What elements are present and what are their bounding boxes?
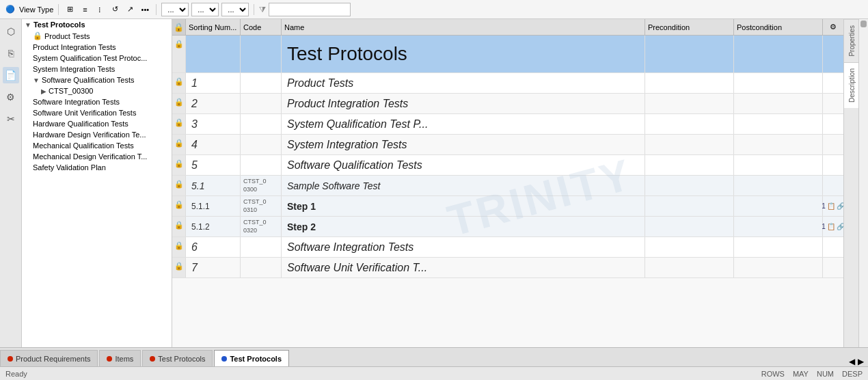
nav-icon-copy[interactable]: ⎘ [3,45,19,62]
extra-icon-8b: 📋 [827,223,835,230]
tree-item-ctst00300[interactable]: ▶ CTST_00300 [22,85,172,96]
tab-items[interactable]: Items [99,350,141,366]
row-postcondition-2 [734,94,823,113]
tree-item-hardware-design[interactable]: Hardware Design Verification Te... [22,129,172,140]
table-row[interactable]: 🔒 5.1.1 CTST_00310 Step 1 1 📋 🔗 [172,196,843,217]
status-desp: DESP [842,370,863,378]
row-lock-4: 🔒 [172,135,186,154]
table-row[interactable]: 🔒 2 Product Integration Tests [172,94,843,114]
tree-item-product-tests-label: Product Tests [44,32,90,40]
row-lock-0: 🔒 [172,36,186,72]
right-tab-description[interactable]: Description [844,62,858,108]
nav-icon-scissors[interactable]: ✂ [3,111,19,127]
tab-test-protocols-2[interactable]: Test Protocols [214,350,289,366]
row-name-1: Product Tests [282,73,645,93]
row-precondition-2 [645,94,734,113]
row-extra-7: 1 📋 🔗 [823,196,843,216]
row-precondition-4 [645,135,734,154]
row-name-9: Software Integration Tests [282,237,645,257]
dropdown1[interactable]: ... [161,3,189,16]
header-extra-icon: ⚙ [830,23,837,31]
table-row[interactable]: 🔒 1 Product Tests [172,73,843,94]
dropdown3[interactable]: ... [221,3,249,16]
table-row[interactable]: 🔒 6 Software Integration Tests [172,237,843,258]
row-sort-0 [186,36,241,72]
tree-item-hardware-qual[interactable]: Hardware Qualification Tests [22,118,172,129]
tree-icon[interactable]: ⫶ [94,3,106,16]
tree-item-software-integration[interactable]: Software Integration Tests [22,96,172,107]
row-sort-9: 6 [186,237,241,257]
lock-icon-row0: 🔒 [174,40,184,49]
header-extra-col[interactable]: ⚙ [823,19,843,35]
dropdown2[interactable]: ... [191,3,219,16]
tree-item-product-integration[interactable]: Product Integration Tests [22,42,172,53]
tab-product-requirements[interactable]: Product Requirements [0,350,98,366]
row-code-6: CTST_00300 [241,176,282,195]
header-code-col[interactable]: Code [241,19,282,35]
scrollbar[interactable] [858,19,868,347]
right-tab-properties[interactable]: Properties [844,19,858,62]
row-precondition-0 [645,36,734,72]
row-lock-6: 🔒 [172,176,186,195]
tree-item-software-unit[interactable]: Software Unit Verification Tests [22,107,172,118]
row-name-5: Software Qualification Tests [282,155,645,175]
row-sort-4: 4 [186,135,241,154]
export-icon[interactable]: ↗ [124,3,136,16]
grid-icon[interactable]: ⊞ [64,3,76,16]
table-row[interactable]: 🔒 5 Software Qualification Tests [172,155,843,176]
tree-item-root[interactable]: ▼ Test Protocols [22,19,172,30]
tree-item-product-tests[interactable]: 🔒 Product Tests [22,30,172,42]
row-code-10 [241,258,282,277]
tab-label-items: Items [115,355,133,363]
row-precondition-3 [645,114,734,134]
tree-item-system-qual[interactable]: System Qualification Test Protoc... [22,53,172,64]
table-row[interactable]: 🔒 Test Protocols [172,36,843,73]
tab-test-protocols-1[interactable]: Test Protocols [142,350,213,366]
row-precondition-10 [645,258,734,277]
table-row[interactable]: 🔒 5.1.2 CTST_00320 Step 2 1 📋 🔗 [172,217,843,237]
nav-icon-network[interactable]: ⚙ [3,89,19,105]
row-code-7: CTST_00310 [241,196,282,216]
row-extra-8: 1 📋 🔗 [823,217,843,236]
header-postcondition-col[interactable]: Postcondition [734,19,823,35]
tree-item-system-integration[interactable]: System Integration Tests [22,64,172,74]
tree-item-software-qual[interactable]: ▼ Software Qualification Tests [22,74,172,85]
header-sort-col[interactable]: Sorting Num... [186,19,241,35]
table-row[interactable]: 🔒 3 System Qualification Test P... [172,114,843,135]
tab-dot-test-protocols-2 [221,356,227,362]
tree-panel: ▼ Test Protocols 🔒 Product Tests Product… [22,19,172,347]
nav-icon-document[interactable]: 📄 [3,67,19,83]
tab-next-icon[interactable]: ▶ [858,357,864,366]
row-sort-10: 7 [186,258,241,277]
row-name-0-text: Test Protocols [287,43,407,65]
tree-item-ctst00300-label: CTST_00300 [49,87,93,95]
table-row[interactable]: 🔒 4 System Integration Tests [172,135,843,155]
header-sort-label: Sorting Num... [189,23,236,31]
header-precondition-col[interactable]: Precondition [645,19,734,35]
refresh-icon[interactable]: ↺ [109,3,121,16]
tab-prev-icon[interactable]: ◀ [849,357,855,366]
tree-item-software-qual-label: Software Qualification Tests [42,76,135,84]
header-name-col[interactable]: Name [282,19,645,35]
tree-arrow-software-qual: ▼ [33,77,40,84]
tree-item-safety-validation[interactable]: Safety Validation Plan [22,162,172,173]
tree-item-mechanical-qual[interactable]: Mechanical Qualification Tests [22,140,172,151]
table-row[interactable]: 🔒 5.1 CTST_00300 Sample Software Test [172,176,843,196]
row-code-8: CTST_00320 [241,217,282,236]
row-extra-9 [823,237,843,257]
more-icon[interactable]: ••• [139,3,151,16]
row-code-1 [241,73,282,93]
filter-input[interactable] [269,3,351,16]
scroll-thumb[interactable] [860,21,867,27]
tab-label-product-requirements: Product Requirements [16,355,90,363]
row-precondition-9 [645,237,734,257]
header-name-label: Name [284,23,304,31]
status-num: NUM [817,370,834,378]
tree-item-mechanical-design[interactable]: Mechanical Design Verification T... [22,151,172,162]
row-lock-1: 🔒 [172,73,186,93]
nav-icon-overview[interactable]: ⬡ [3,23,19,40]
row-name-8: Step 2 [282,217,645,236]
table-row[interactable]: 🔒 7 Software Unit Verification T... [172,258,843,278]
tree-item-system-integration-label: System Integration Tests [33,65,115,73]
list-icon[interactable]: ≡ [79,3,91,16]
